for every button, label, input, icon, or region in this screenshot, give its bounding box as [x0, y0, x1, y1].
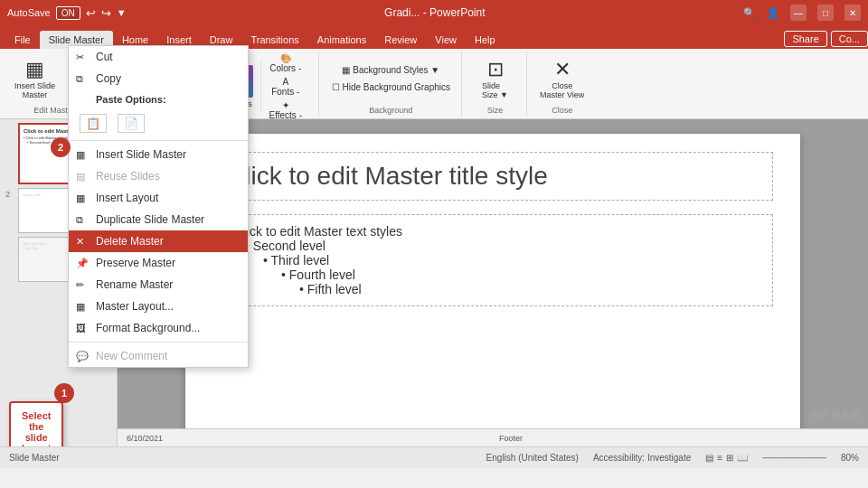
close-master-view-btn[interactable]: ✕ CloseMaster View [534, 55, 590, 102]
menu-duplicate-label: Duplicate Slide Master [96, 213, 204, 226]
hide-background-btn[interactable]: ☐ Hide Background Graphics [326, 80, 456, 95]
menu-insert-slide-master[interactable]: ▦ Insert Slide Master [69, 144, 248, 165]
menu-reuse-slides-label: Reuse Slides [96, 170, 160, 183]
status-right: English (United States) Accessibility: I… [486, 453, 859, 463]
menu-delete-master[interactable]: ✕ Delete Master [69, 230, 248, 252]
body-line1: • Click to edit Master text styles [227, 224, 759, 239]
view-buttons: ▤ ≡ ⊞ 📖 [705, 453, 748, 463]
body-line5: • Fifth level [227, 282, 759, 296]
menu-paste-icons[interactable]: 📋 📄 [69, 109, 248, 137]
menu-preserve-master[interactable]: 📌 Preserve Master [69, 252, 248, 274]
redo-icon[interactable]: ↪ [101, 6, 111, 20]
quick-access-icon[interactable]: ▼ [117, 7, 127, 18]
insert-slide-master-label: Insert SlideMaster [14, 81, 55, 99]
title-bar: AutoSave ON ↩ ↪ ▼ Gradi... - PowerPoint … [0, 0, 868, 25]
tab-transitions[interactable]: Transitions [241, 31, 307, 49]
insert-layout-menu-icon: ▦ [76, 192, 85, 204]
close-master-view-label: CloseMaster View [540, 81, 584, 99]
separator-2 [69, 342, 248, 343]
callout-1-content: Select the slide layout to delete and ri… [22, 410, 51, 446]
menu-paste-label: Paste Options: [96, 94, 166, 105]
status-left: Slide Master [9, 453, 60, 463]
user-icon[interactable]: 👤 [767, 7, 779, 19]
view-outline-btn[interactable]: ≡ [717, 453, 722, 463]
menu-rename-master-label: Rename Master [96, 278, 173, 291]
colors-btn[interactable]: 🎨 Colors - [265, 52, 306, 74]
group-background: ▦ Background Styles ▼ ☐ Hide Background … [321, 51, 462, 117]
paste-icon-2[interactable]: 📄 [118, 114, 145, 133]
insert-slide-master-icon: ▦ [25, 58, 44, 81]
close-btn[interactable]: ✕ [844, 5, 861, 21]
menu-rename-master[interactable]: ✏ Rename Master [69, 274, 248, 296]
preserve-master-icon: 📌 [76, 258, 89, 269]
autosave-badge[interactable]: ON [56, 6, 80, 20]
effects-btn[interactable]: ✦ Effects - [265, 99, 306, 121]
menu-format-background[interactable]: 🖼 Format Background... [69, 317, 248, 339]
insert-slide-master-btn[interactable]: ▦ Insert SlideMaster [9, 55, 61, 102]
context-menu: ✂ Cut ⧉ Copy Paste Options: 📋 📄 ▦ Insert… [68, 45, 249, 368]
format-background-icon: 🖼 [76, 323, 86, 333]
callout-2-number: 2 [51, 137, 71, 157]
tab-animations[interactable]: Animations [308, 31, 375, 49]
close-master-view-icon: ✕ [554, 58, 571, 81]
view-normal-btn[interactable]: ▤ [705, 453, 713, 463]
colors-label: Colors - [269, 63, 301, 73]
zoom-level[interactable]: ────────── [762, 453, 826, 463]
slide-size-label: SlideSize ▼ [482, 81, 508, 99]
menu-paste-section: Paste Options: [69, 89, 248, 109]
title-bar-right: 🔍 👤 — □ ✕ [743, 5, 861, 21]
body-line4: • Fourth level [227, 267, 759, 282]
watermark: 知乎 @奇思 [811, 408, 859, 421]
slide-canvas: Click to edit Master title style • Click… [185, 134, 800, 432]
file-title: Gradi... - PowerPoint [384, 6, 485, 19]
undo-icon[interactable]: ↩ [86, 6, 96, 20]
restore-btn[interactable]: □ [817, 5, 834, 21]
menu-copy[interactable]: ⧉ Copy [69, 68, 248, 89]
menu-insert-slide-master-label: Insert Slide Master [96, 148, 186, 161]
minimize-btn[interactable]: — [790, 5, 807, 21]
view-reading-btn[interactable]: 📖 [737, 453, 748, 463]
menu-new-comment-label: New Comment [96, 350, 167, 362]
cut-icon: ✂ [76, 52, 84, 63]
language-status[interactable]: English (United States) [486, 453, 579, 463]
menu-copy-label: Copy [96, 72, 121, 85]
background-styles-btn[interactable]: ▦ Background Styles ▼ [326, 62, 456, 78]
menu-insert-layout[interactable]: ▦ Insert Layout [69, 187, 248, 209]
comments-button[interactable]: Co... [831, 31, 868, 47]
app-title: Gradi... - PowerPoint [384, 6, 485, 19]
slide-footer-text: Footer [499, 434, 523, 443]
menu-new-comment: 💬 New Comment [69, 345, 248, 367]
menu-cut[interactable]: ✂ Cut [69, 46, 248, 68]
zoom-percent: 80% [841, 453, 859, 463]
fonts-icon: A [282, 77, 288, 87]
callout-1-number: 1 [54, 383, 74, 403]
group-background-label: Background [369, 104, 412, 115]
menu-reuse-slides: ▤ Reuse Slides [69, 165, 248, 187]
group-close-label: Close [552, 104, 572, 115]
slide-title[interactable]: Click to edit Master title style [212, 152, 773, 201]
menu-delete-master-label: Delete Master [96, 235, 164, 248]
menu-duplicate[interactable]: ⧉ Duplicate Slide Master [69, 209, 248, 230]
slide-body[interactable]: • Click to edit Master text styles • Sec… [212, 214, 773, 306]
paste-icon-1[interactable]: 📋 [80, 114, 107, 133]
menu-master-layout[interactable]: ▦ Master Layout... [69, 296, 248, 317]
tab-view[interactable]: View [426, 31, 466, 49]
group-close: ✕ CloseMaster View Close [529, 51, 595, 117]
menu-format-background-label: Format Background... [96, 322, 200, 334]
view-slide-sorter-btn[interactable]: ⊞ [726, 453, 733, 463]
tab-help[interactable]: Help [466, 31, 505, 49]
share-button[interactable]: Share [784, 31, 826, 47]
fonts-btn[interactable]: A Fonts - [265, 76, 306, 98]
menu-insert-layout-label: Insert Layout [96, 192, 158, 204]
tab-file[interactable]: File [5, 31, 40, 49]
rename-master-icon: ✏ [76, 279, 84, 291]
menu-cut-label: Cut [96, 51, 113, 63]
menu-preserve-master-label: Preserve Master [96, 257, 175, 269]
search-icon[interactable]: 🔍 [743, 7, 756, 19]
separator-1 [69, 140, 248, 141]
callout-1-text: Select the slide layout to delete and ri… [9, 401, 63, 446]
tab-review[interactable]: Review [375, 31, 426, 49]
slide-date: 6/10/2021 [127, 434, 163, 443]
slide-size-btn[interactable]: ⊡ SlideSize ▼ [476, 55, 514, 102]
accessibility-status[interactable]: Accessibility: Investigate [593, 453, 691, 463]
